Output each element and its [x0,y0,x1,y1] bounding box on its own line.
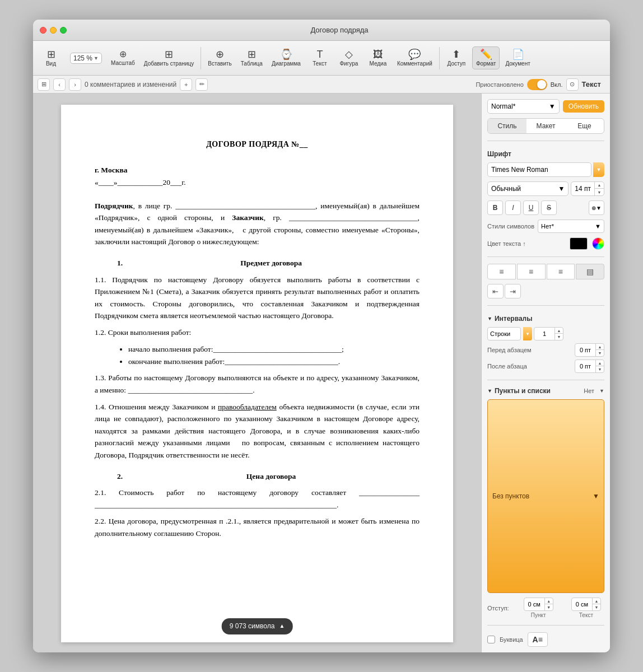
intervals-arrows: ▲ ▼ [555,328,563,340]
toolbar-zoom-group[interactable]: 125 % ▼ [67,50,105,66]
format-more-btn[interactable]: ⊕▼ [589,200,604,215]
bold-button[interactable]: B [487,200,503,215]
minimize-button[interactable] [50,27,57,34]
indent-decrease-btn[interactable]: ⇤ [487,284,504,298]
toggle-switch[interactable] [527,79,547,90]
indent-punkt-control[interactable]: 0 см ▲ ▼ [524,598,553,611]
text-color-label: Цвет текста ↑ [487,240,565,247]
color-wheel[interactable] [592,237,604,250]
toolbar-diagram[interactable]: ⌚ Диаграмма [268,47,304,69]
section-2-num: 2. [117,470,123,483]
indent-text-control[interactable]: 0 см ▲ ▼ [571,598,601,611]
nav-forward-btn[interactable]: › [69,78,81,91]
font-name-dropdown[interactable]: Times New Roman [487,162,591,177]
toolbar-format[interactable]: ✏️ Формат [472,46,500,69]
font-weight-row: Обычный ▼ 14 пт ▲ ▼ [487,181,604,196]
format-more-icon: ⊕▼ [591,205,602,211]
format-btn-row: B I U S ⊕▼ [487,200,604,215]
before-para-up[interactable]: ▲ [596,344,604,350]
no-bullets-dropdown[interactable]: Без пунктов ▼ [487,399,604,593]
indent-punkt-up[interactable]: ▲ [545,598,553,604]
strike-button[interactable]: S [541,200,557,215]
style-dropdown-arrow: ▼ [549,102,556,110]
zoom-arrow[interactable]: ▼ [94,55,99,61]
sidebar-toggle-btn[interactable]: ⊞ [38,78,50,91]
align-left-btn[interactable]: ≡ [487,264,516,279]
align-center-btn[interactable]: ≡ [517,264,546,279]
toolbar-table[interactable]: ⊞ Таблица [237,47,266,69]
style-name: Normal* [491,102,515,110]
dropcap-checkbox[interactable] [487,636,495,643]
titlebar: Договор подряда [33,20,610,41]
zoom-control[interactable]: 125 % ▼ [70,53,102,64]
indent-text-up[interactable]: ▲ [593,598,600,604]
bullets-row: ▼ Пункты и списки Нет ▼ [487,387,604,395]
update-button[interactable]: Обновить [563,100,604,113]
tab-more[interactable]: Еще [565,119,604,133]
tab-layout[interactable]: Макет [526,119,565,133]
toolbar-media[interactable]: 🖼 Медиа [365,47,392,69]
word-count-bar[interactable]: 9 073 символа ▲ [222,618,293,634]
format-label: Формат [476,60,496,67]
toolbar-comment[interactable]: 💬 Комментарий [394,47,436,69]
intervals-section-header[interactable]: ▼ Интервалы [487,315,604,323]
font-size-control[interactable]: 14 пт ▲ ▼ [571,181,604,196]
interval-type-row: Строки ▼ 1 ▲ ▼ [487,327,604,340]
char-styles-dropdown[interactable]: Нет* ▼ [538,220,604,233]
add-comment-btn[interactable]: + [180,78,192,91]
style-dropdown[interactable]: Normal* ▼ [487,99,560,114]
font-weight-dropdown[interactable]: Обычный ▼ [487,181,569,196]
font-dropdown-arrow[interactable]: ▼ [593,162,604,177]
maximize-button[interactable] [60,27,67,34]
edit-btn[interactable]: ✏ [195,78,208,91]
toolbar-document[interactable]: 📄 Документ [502,47,533,69]
underline-button[interactable]: U [523,200,539,215]
traffic-lights [40,27,67,34]
toolbar-access[interactable]: ⬆ Доступ [443,47,470,69]
divider-3 [487,305,604,306]
bullets-dropdown-arrow[interactable]: ▼ [599,388,604,394]
comments-count: 0 комментариев и изменений [85,81,176,88]
toolbar-addpage[interactable]: ⊞ Добавить страницу [141,47,198,69]
after-para-up[interactable]: ▲ [596,360,604,366]
bullets-section-header[interactable]: ▼ Пункты и списки [487,387,551,395]
intervals-down[interactable]: ▼ [555,334,563,340]
indent-punkt-item: 0 см ▲ ▼ Пункт [520,598,557,618]
close-button[interactable] [40,27,46,34]
dropcap-preview[interactable]: A≡ [528,632,548,647]
color-swatch[interactable] [570,237,588,250]
tab-style[interactable]: Стиль [488,119,526,133]
align-justify-btn[interactable]: ▤ [576,264,604,279]
after-para-control[interactable]: 0 пт ▲ ▼ [575,360,604,373]
nav-back-btn[interactable]: ‹ [53,78,66,91]
intervals-label: Интервалы [495,315,533,323]
font-size-arrows: ▲ ▼ [594,182,604,195]
toolbar-insert[interactable]: ⊕ Вставить [204,47,235,69]
intervals-value-control[interactable]: 1 ▲ ▼ [534,327,563,340]
divider-5 [487,625,604,626]
before-para-control[interactable]: 0 пт ▲ ▼ [575,343,604,357]
before-para-down[interactable]: ▼ [596,350,604,356]
indent-increase-btn[interactable]: ⇥ [505,284,521,298]
view-options-btn[interactable]: ⊙ [566,78,579,91]
font-size-up[interactable]: ▲ [595,182,604,189]
align-right-btn[interactable]: ≡ [547,264,575,279]
toolbar-zoom-label[interactable]: ⊕ Масштаб [108,48,138,68]
diagram-label: Диаграмма [272,60,301,67]
zoom-icon: ⊕ [119,50,127,59]
toolbar-view[interactable]: ⊞ Вид [38,47,64,69]
italic-button[interactable]: I [505,200,521,215]
intervals-up[interactable]: ▲ [555,328,563,334]
toolbar-figure[interactable]: ◇ Фигура [336,47,362,69]
after-para-down[interactable]: ▼ [596,366,604,372]
indent-text-label: Текст [579,612,593,618]
indent-punkt-down[interactable]: ▼ [545,604,553,610]
word-count-arrow[interactable]: ▲ [279,622,285,631]
toolbar-text[interactable]: T Текст [306,47,333,69]
intervals-type-arrow[interactable]: ▼ [523,327,532,340]
font-size-down[interactable]: ▼ [595,189,604,195]
document-area[interactable]: ДОГОВОР ПОДРЯДА №__ г. Москва «____»____… [33,94,481,652]
intervals-type-dropdown[interactable]: Строки [487,327,521,340]
app-window: Договор подряда ⊞ Вид 125 % ▼ ⊕ Масштаб … [33,20,610,652]
indent-text-down[interactable]: ▼ [593,604,600,610]
